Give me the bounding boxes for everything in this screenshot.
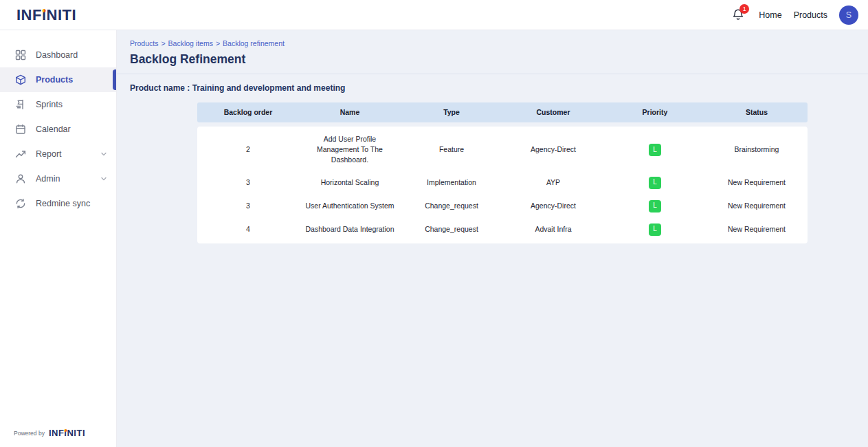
topbar: INFıNITI 1 Home Products S — [0, 0, 868, 30]
products-icon — [15, 74, 26, 85]
sidebar-item-label: Redmine sync — [36, 199, 90, 208]
sidebar: Dashboard Products Sprints — [0, 30, 117, 447]
notification-count-badge: 1 — [739, 4, 749, 14]
breadcrumb-separator: > — [216, 39, 220, 47]
page-header: Products > Backlog items > Backlog refin… — [117, 30, 868, 74]
cell-backlog-order: 3 — [197, 195, 299, 217]
cell-type: Feature — [401, 139, 502, 160]
sidebar-item-calendar[interactable]: Calendar — [0, 117, 116, 142]
column-header-customer: Customer — [502, 107, 604, 118]
user-avatar[interactable]: S — [839, 6, 858, 25]
active-indicator — [113, 69, 116, 90]
page-title: Backlog Refinement — [130, 52, 868, 67]
cell-priority: L — [604, 138, 706, 162]
breadcrumb-backlog-refinement[interactable]: Backlog refinement — [223, 39, 285, 47]
top-navigation: 1 Home Products S — [732, 6, 858, 25]
sidebar-item-redmine-sync[interactable]: Redmine sync — [0, 191, 116, 216]
calendar-icon — [15, 124, 26, 135]
chevron-down-icon — [100, 175, 108, 183]
dashboard-icon — [15, 50, 26, 61]
logo-i-dot-icon — [65, 429, 67, 432]
sidebar-item-products[interactable]: Products — [0, 67, 116, 92]
table-row[interactable]: 2 Add User Profile Management To The Das… — [197, 129, 808, 171]
cell-name: User Authentication System — [299, 195, 401, 217]
cell-priority: L — [604, 218, 706, 241]
sidebar-item-label: Calendar — [36, 124, 71, 134]
cell-status: New Requirement — [706, 172, 808, 193]
priority-badge: L — [649, 224, 661, 236]
breadcrumb-backlog-items[interactable]: Backlog items — [168, 39, 213, 47]
infiniti-logo: INFıNITI — [16, 8, 76, 23]
product-name-line: Product name : Training and development … — [117, 74, 868, 93]
breadcrumb-products[interactable]: Products — [130, 39, 158, 47]
backlog-table: Backlog order Name Type Customer Priorit… — [197, 102, 808, 243]
cell-type: Change_request — [401, 195, 502, 217]
table-header-row: Backlog order Name Type Customer Priorit… — [197, 102, 808, 122]
sidebar-item-label: Admin — [36, 174, 60, 184]
cell-priority: L — [604, 171, 706, 195]
sprints-icon — [15, 99, 26, 110]
sync-icon — [15, 198, 26, 209]
logo-i-dot-icon — [43, 9, 46, 12]
cell-status: New Requirement — [706, 195, 808, 217]
cell-priority: L — [604, 195, 706, 218]
column-header-backlog-order: Backlog order — [197, 107, 299, 118]
chevron-down-icon — [100, 150, 108, 158]
nav-link-products[interactable]: Products — [794, 10, 827, 20]
cell-customer: Advait Infra — [502, 219, 604, 240]
column-header-status: Status — [706, 107, 808, 118]
sidebar-item-sprints[interactable]: Sprints — [0, 92, 116, 117]
cell-name: Horizontal Scaling — [299, 172, 401, 193]
cell-backlog-order: 2 — [197, 139, 299, 160]
cell-customer: Agency-Direct — [502, 195, 604, 217]
column-header-name: Name — [299, 107, 401, 118]
cell-name: Dashboard Data Integration — [299, 219, 401, 240]
main-content: Products > Backlog items > Backlog refin… — [117, 30, 868, 447]
cell-customer: AYP — [502, 172, 604, 193]
sidebar-item-label: Products — [36, 75, 73, 85]
sidebar-item-admin[interactable]: Admin — [0, 166, 116, 191]
sidebar-menu: Dashboard Products Sprints — [0, 30, 116, 216]
nav-link-home[interactable]: Home — [759, 10, 781, 20]
sidebar-footer: Powered by INFıNITI — [0, 428, 116, 447]
table-row[interactable]: 3 Horizontal Scaling Implementation AYP … — [197, 171, 808, 195]
cell-type: Change_request — [401, 219, 502, 240]
priority-badge: L — [649, 144, 661, 156]
table-row[interactable]: 4 Dashboard Data Integration Change_requ… — [197, 218, 808, 241]
sidebar-item-dashboard[interactable]: Dashboard — [0, 43, 116, 67]
sidebar-item-label: Report — [36, 149, 62, 159]
priority-badge: L — [649, 177, 661, 189]
cell-type: Implementation — [401, 172, 502, 193]
column-header-type: Type — [401, 107, 502, 118]
logo-letter-i: ı — [42, 8, 47, 23]
notification-bell-button[interactable]: 1 — [732, 8, 746, 22]
powered-by-label: Powered by — [14, 430, 45, 437]
cell-backlog-order: 3 — [197, 172, 299, 193]
admin-icon — [15, 173, 26, 184]
sidebar-item-label: Sprints — [36, 100, 63, 109]
column-header-priority: Priority — [604, 107, 706, 118]
breadcrumb-separator: > — [161, 39, 165, 47]
table-row[interactable]: 3 User Authentication System Change_requ… — [197, 195, 808, 218]
priority-badge: L — [649, 200, 661, 212]
table-body: 2 Add User Profile Management To The Das… — [197, 127, 808, 243]
infiniti-footer-logo: INFıNITI — [49, 428, 85, 437]
breadcrumb: Products > Backlog items > Backlog refin… — [130, 39, 868, 47]
cell-name: Add User Profile Management To The Dashb… — [299, 129, 401, 171]
cell-backlog-order: 4 — [197, 219, 299, 240]
sidebar-item-label: Dashboard — [36, 50, 78, 60]
cell-customer: Agency-Direct — [502, 139, 604, 160]
report-icon — [15, 149, 26, 160]
logo-prefix: INF — [16, 8, 42, 23]
sidebar-item-report[interactable]: Report — [0, 142, 116, 166]
logo-suffix: NITI — [47, 8, 77, 23]
cell-status: New Requirement — [706, 219, 808, 240]
cell-status: Brainstorming — [706, 139, 808, 160]
